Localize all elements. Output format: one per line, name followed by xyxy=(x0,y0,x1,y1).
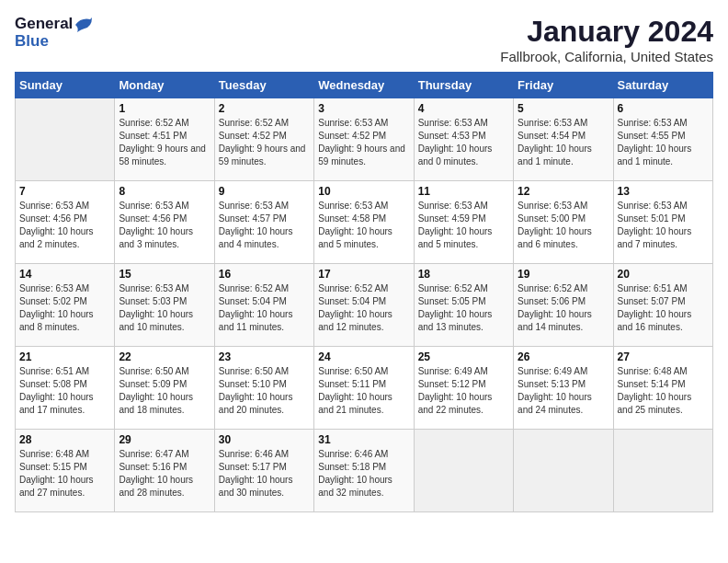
day-info: Sunrise: 6:53 AMSunset: 4:56 PMDaylight:… xyxy=(19,200,110,251)
day-cell: 16Sunrise: 6:52 AMSunset: 5:04 PMDayligh… xyxy=(214,264,313,347)
day-cell: 22Sunrise: 6:50 AMSunset: 5:09 PMDayligh… xyxy=(115,347,214,430)
day-cell: 9Sunrise: 6:53 AMSunset: 4:57 PMDaylight… xyxy=(214,181,313,264)
header-day-saturday: Saturday xyxy=(613,73,712,98)
day-number: 19 xyxy=(518,268,609,281)
day-cell: 31Sunrise: 6:46 AMSunset: 5:18 PMDayligh… xyxy=(314,430,414,512)
day-cell: 25Sunrise: 6:49 AMSunset: 5:12 PMDayligh… xyxy=(414,347,513,430)
day-cell: 8Sunrise: 6:53 AMSunset: 4:56 PMDaylight… xyxy=(115,181,214,264)
day-cell: 27Sunrise: 6:48 AMSunset: 5:14 PMDayligh… xyxy=(613,347,712,430)
day-cell: 21Sunrise: 6:51 AMSunset: 5:08 PMDayligh… xyxy=(16,347,115,430)
day-info: Sunrise: 6:47 AMSunset: 5:16 PMDaylight:… xyxy=(119,448,210,500)
day-info: Sunrise: 6:48 AMSunset: 5:15 PMDaylight:… xyxy=(19,448,110,500)
week-row-1: 1Sunrise: 6:52 AMSunset: 4:51 PMDaylight… xyxy=(16,98,713,181)
day-cell: 5Sunrise: 6:53 AMSunset: 4:54 PMDaylight… xyxy=(514,98,613,181)
day-number: 6 xyxy=(618,102,709,115)
day-cell: 7Sunrise: 6:53 AMSunset: 4:56 PMDaylight… xyxy=(16,181,115,264)
day-cell: 11Sunrise: 6:53 AMSunset: 4:59 PMDayligh… xyxy=(414,181,513,264)
day-cell: 12Sunrise: 6:53 AMSunset: 5:00 PMDayligh… xyxy=(514,181,613,264)
logo-text: General xyxy=(15,15,94,34)
day-info: Sunrise: 6:53 AMSunset: 5:02 PMDaylight:… xyxy=(19,282,110,334)
day-number: 27 xyxy=(618,350,709,363)
day-info: Sunrise: 6:53 AMSunset: 4:55 PMDaylight:… xyxy=(618,117,709,168)
day-cell: 30Sunrise: 6:46 AMSunset: 5:17 PMDayligh… xyxy=(214,430,313,512)
logo-bird-icon xyxy=(74,16,94,34)
logo-blue-text: Blue xyxy=(15,32,94,51)
calendar-body: 1Sunrise: 6:52 AMSunset: 4:51 PMDaylight… xyxy=(16,98,713,512)
week-row-4: 21Sunrise: 6:51 AMSunset: 5:08 PMDayligh… xyxy=(16,347,713,430)
day-cell xyxy=(414,430,513,512)
day-info: Sunrise: 6:53 AMSunset: 4:56 PMDaylight:… xyxy=(119,200,210,251)
day-cell: 24Sunrise: 6:50 AMSunset: 5:11 PMDayligh… xyxy=(314,347,414,430)
week-row-3: 14Sunrise: 6:53 AMSunset: 5:02 PMDayligh… xyxy=(16,264,713,347)
day-number: 13 xyxy=(618,185,709,198)
day-info: Sunrise: 6:52 AMSunset: 4:52 PMDaylight:… xyxy=(219,117,310,168)
header-day-monday: Monday xyxy=(115,73,214,98)
day-number: 10 xyxy=(318,185,409,198)
header-day-sunday: Sunday xyxy=(16,73,115,98)
day-cell: 26Sunrise: 6:49 AMSunset: 5:13 PMDayligh… xyxy=(514,347,613,430)
header-day-friday: Friday xyxy=(514,73,613,98)
day-info: Sunrise: 6:52 AMSunset: 5:04 PMDaylight:… xyxy=(318,282,409,334)
day-number: 2 xyxy=(219,102,310,115)
title-block: January 2024 Fallbrook, California, Unit… xyxy=(500,15,713,64)
day-cell: 20Sunrise: 6:51 AMSunset: 5:07 PMDayligh… xyxy=(613,264,712,347)
day-cell: 19Sunrise: 6:52 AMSunset: 5:06 PMDayligh… xyxy=(514,264,613,347)
day-info: Sunrise: 6:52 AMSunset: 4:51 PMDaylight:… xyxy=(119,117,210,168)
day-number: 24 xyxy=(318,350,409,363)
day-info: Sunrise: 6:49 AMSunset: 5:12 PMDaylight:… xyxy=(418,365,509,417)
day-info: Sunrise: 6:52 AMSunset: 5:06 PMDaylight:… xyxy=(518,282,609,334)
day-number: 15 xyxy=(119,268,210,281)
week-row-5: 28Sunrise: 6:48 AMSunset: 5:15 PMDayligh… xyxy=(16,430,713,512)
day-info: Sunrise: 6:53 AMSunset: 4:59 PMDaylight:… xyxy=(418,200,509,251)
day-info: Sunrise: 6:50 AMSunset: 5:10 PMDaylight:… xyxy=(219,365,310,417)
subtitle: Fallbrook, California, United States xyxy=(500,49,713,64)
day-cell: 28Sunrise: 6:48 AMSunset: 5:15 PMDayligh… xyxy=(16,430,115,512)
day-cell: 2Sunrise: 6:52 AMSunset: 4:52 PMDaylight… xyxy=(214,98,313,181)
day-number: 3 xyxy=(318,102,409,115)
day-info: Sunrise: 6:50 AMSunset: 5:09 PMDaylight:… xyxy=(119,365,210,417)
day-number: 16 xyxy=(219,268,310,281)
day-info: Sunrise: 6:53 AMSunset: 4:52 PMDaylight:… xyxy=(318,117,409,168)
day-cell: 18Sunrise: 6:52 AMSunset: 5:05 PMDayligh… xyxy=(414,264,513,347)
day-info: Sunrise: 6:50 AMSunset: 5:11 PMDaylight:… xyxy=(318,365,409,417)
day-cell xyxy=(613,430,712,512)
day-number: 9 xyxy=(219,185,310,198)
day-number: 21 xyxy=(19,350,110,363)
day-number: 4 xyxy=(418,102,509,115)
day-info: Sunrise: 6:53 AMSunset: 4:54 PMDaylight:… xyxy=(518,117,609,168)
day-number: 23 xyxy=(219,350,310,363)
header-day-thursday: Thursday xyxy=(414,73,513,98)
week-row-2: 7Sunrise: 6:53 AMSunset: 4:56 PMDaylight… xyxy=(16,181,713,264)
day-info: Sunrise: 6:48 AMSunset: 5:14 PMDaylight:… xyxy=(618,365,709,417)
main-title: January 2024 xyxy=(500,15,713,49)
day-number: 11 xyxy=(418,185,509,198)
day-number: 7 xyxy=(19,185,110,198)
day-info: Sunrise: 6:52 AMSunset: 5:05 PMDaylight:… xyxy=(418,282,509,334)
day-info: Sunrise: 6:53 AMSunset: 4:53 PMDaylight:… xyxy=(418,117,509,168)
day-info: Sunrise: 6:51 AMSunset: 5:08 PMDaylight:… xyxy=(19,365,110,417)
day-cell: 4Sunrise: 6:53 AMSunset: 4:53 PMDaylight… xyxy=(414,98,513,181)
day-cell: 14Sunrise: 6:53 AMSunset: 5:02 PMDayligh… xyxy=(16,264,115,347)
day-info: Sunrise: 6:53 AMSunset: 4:57 PMDaylight:… xyxy=(219,200,310,251)
day-info: Sunrise: 6:53 AMSunset: 4:58 PMDaylight:… xyxy=(318,200,409,251)
day-info: Sunrise: 6:53 AMSunset: 5:03 PMDaylight:… xyxy=(119,282,210,334)
header-day-wednesday: Wednesday xyxy=(314,73,414,98)
day-number: 8 xyxy=(119,185,210,198)
day-info: Sunrise: 6:52 AMSunset: 5:04 PMDaylight:… xyxy=(219,282,310,334)
logo: General Blue xyxy=(15,15,94,51)
day-number: 5 xyxy=(518,102,609,115)
day-cell: 1Sunrise: 6:52 AMSunset: 4:51 PMDaylight… xyxy=(115,98,214,181)
page-header: General Blue January 2024 Fallbrook, Cal… xyxy=(15,15,713,64)
day-number: 26 xyxy=(518,350,609,363)
day-number: 28 xyxy=(19,433,110,446)
calendar-header: SundayMondayTuesdayWednesdayThursdayFrid… xyxy=(16,73,713,98)
day-cell: 17Sunrise: 6:52 AMSunset: 5:04 PMDayligh… xyxy=(314,264,414,347)
day-cell: 13Sunrise: 6:53 AMSunset: 5:01 PMDayligh… xyxy=(613,181,712,264)
day-info: Sunrise: 6:53 AMSunset: 5:00 PMDaylight:… xyxy=(518,200,609,251)
day-cell xyxy=(514,430,613,512)
day-cell xyxy=(16,98,115,181)
day-info: Sunrise: 6:51 AMSunset: 5:07 PMDaylight:… xyxy=(618,282,709,334)
day-number: 22 xyxy=(119,350,210,363)
day-number: 29 xyxy=(119,433,210,446)
day-cell: 23Sunrise: 6:50 AMSunset: 5:10 PMDayligh… xyxy=(214,347,313,430)
